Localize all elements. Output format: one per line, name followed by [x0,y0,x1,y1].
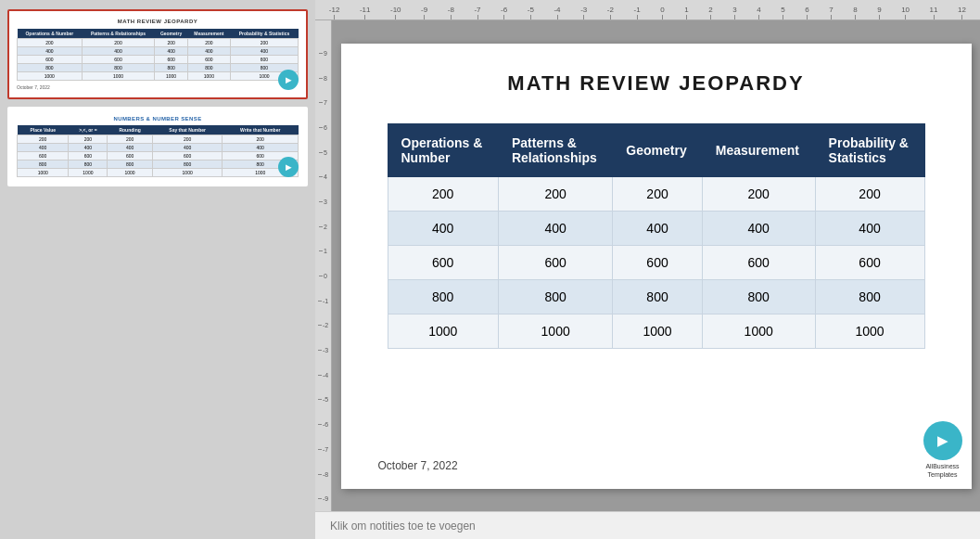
ruler-tick: -9 [421,6,427,19]
thumb-th-meas: Measurement [187,29,230,39]
notes-placeholder: Klik om notities toe te voegen [330,520,476,533]
table-row: 400400400400400 [18,144,299,152]
slide-thumbnail-1[interactable]: 1 MATH REVIEW JEOPARDY Operations & Numb… [7,9,308,99]
ruler-tick: 0 [319,263,327,289]
ruler-tick: 4 [757,6,760,19]
ruler-tick: -2 [318,314,328,339]
th-operations: Operations &Number [388,123,498,176]
ruler-tick: -7 [318,437,328,462]
thumb2-th-round: Rounding [108,125,153,135]
ruler-tick: -6 [501,6,507,19]
thumb-title-2: NUMBERS & NUMBER SENSE [17,116,299,122]
cell: 800 [702,279,815,314]
slide-canvas-wrapper: MATH REVIEW JEOPARDY Operations &Number … [332,20,980,511]
ruler-tick: 6 [319,115,327,140]
cell: 600 [815,245,924,279]
ruler-tick: -1 [633,6,640,19]
ruler-tick: 8 [319,66,327,91]
ruler-tick: 5 [781,6,784,19]
ruler-tick: -4 [554,6,560,19]
slide-date: October 7, 2022 [378,459,458,472]
ruler-tick: -6 [318,412,328,437]
thumb-logo-1: ▶ [278,70,299,90]
table-row: 400400400400400 [18,47,299,56]
ruler-tick: -8 [318,462,328,487]
left-ruler: 9 8 7 6 5 4 3 2 1 0 -1 -2 -3 -4 -5 -6 -7… [315,20,332,511]
ruler-tick: 3 [732,6,736,19]
ruler-tick: 9 [319,41,327,66]
cell: 400 [702,211,815,245]
ruler-tick: -7 [474,6,480,19]
cell: 1000 [498,314,612,348]
ruler-tick: 7 [319,90,327,115]
cell: 1000 [815,314,924,348]
th-measurement: Measurement [702,123,815,176]
table-row: 600 600 600 600 600 [388,245,924,279]
main-area: -12 -11 -10 -9 -8 -7 -6 -5 -4 -3 -2 -1 0… [315,0,980,539]
ruler-tick: 2 [708,6,712,19]
thumb2-th-write: Write that Number [223,125,299,135]
ruler-tick: 5 [319,140,327,165]
thumb-title-1: MATH REVIEW JEOPARDY [17,19,299,24]
th-probability: Probability &Statistics [815,123,924,176]
thumb-logo-2: ▶ [278,157,299,177]
ruler-tick: 1 [319,239,327,264]
table-row: 800 800 800 800 800 [388,279,924,314]
slide-thumbnail-2[interactable]: 2 NUMBERS & NUMBER SENSE Place Value >,<… [7,107,308,186]
ruler-tick: -11 [360,6,371,19]
thumb-th-geo: Geometry [155,29,187,39]
logo-icon: ▶ [286,76,291,84]
th-geometry: Geometry [613,123,702,176]
thumb-table-1: Operations & Number Patterns & Relations… [17,29,299,81]
cell: 200 [388,176,498,211]
thumb2-th-place: Place Value [18,125,69,135]
cell: 1000 [613,314,702,348]
slide-panel: 1 MATH REVIEW JEOPARDY Operations & Numb… [0,0,315,539]
table-row: 10001000100010001000 [18,72,299,81]
ruler-tick: 3 [319,189,327,214]
ruler-tick: 12 [958,6,966,19]
ruler-ticks: -12 -11 -10 -9 -8 -7 -6 -5 -4 -3 -2 -1 0… [315,0,980,19]
cell: 600 [613,245,702,279]
logo-text: AllBusinessTemplates [925,462,959,479]
logo-icon-large: ▶ [937,433,948,448]
slide-logo: ▶ AllBusinessTemplates [923,421,962,479]
thumb-date-1: October 7, 2022 [17,84,299,90]
cell: 400 [388,211,498,245]
ruler-tick: 9 [877,6,881,19]
cell: 400 [498,211,612,245]
cell: 800 [613,279,702,314]
slide-canvas: MATH REVIEW JEOPARDY Operations &Number … [341,44,972,489]
th-patterns: Patterns &Relationships [498,123,612,176]
cell: 200 [498,176,612,211]
ruler-tick: 8 [853,6,857,19]
cell: 1000 [388,314,498,348]
cell: 800 [498,279,612,314]
ruler-tick: -10 [390,6,401,19]
cell: 400 [613,211,702,245]
thumb-th-patterns: Patterns & Relationships [82,29,155,39]
table-row: 1000 1000 1000 1000 1000 [388,314,924,348]
thumb2-th-compare: >,<, or = [69,125,108,135]
ruler-tick: 0 [660,6,664,19]
cell: 200 [702,176,815,211]
notes-bar[interactable]: Klik om notities toe te voegen [315,511,980,539]
ruler-tick: 1 [684,6,688,19]
thumb-table-2: Place Value >,<, or = Rounding Say that … [17,125,299,177]
thumb-th-ops: Operations & Number [18,29,83,39]
table-row: 200200200200200 [18,39,299,47]
table-row: 200 200 200 200 200 [388,176,924,211]
top-ruler: -12 -11 -10 -9 -8 -7 -6 -5 -4 -3 -2 -1 0… [315,0,980,20]
ruler-tick: -8 [448,6,454,19]
ruler-tick: 10 [901,6,910,19]
cell: 800 [815,279,924,314]
ruler-tick: -2 [607,6,614,19]
table-row: 600600600600600 [18,56,299,64]
ruler-tick: -3 [318,338,328,363]
cell: 800 [388,279,498,314]
table-row: 600600600600600 [18,152,299,160]
table-header-row: Operations &Number Patterns &Relationshi… [388,123,924,176]
slide-main-title: MATH REVIEW JEOPARDY [507,71,804,96]
logo-circle: ▶ [923,421,962,460]
ruler-tick: 11 [930,6,938,19]
